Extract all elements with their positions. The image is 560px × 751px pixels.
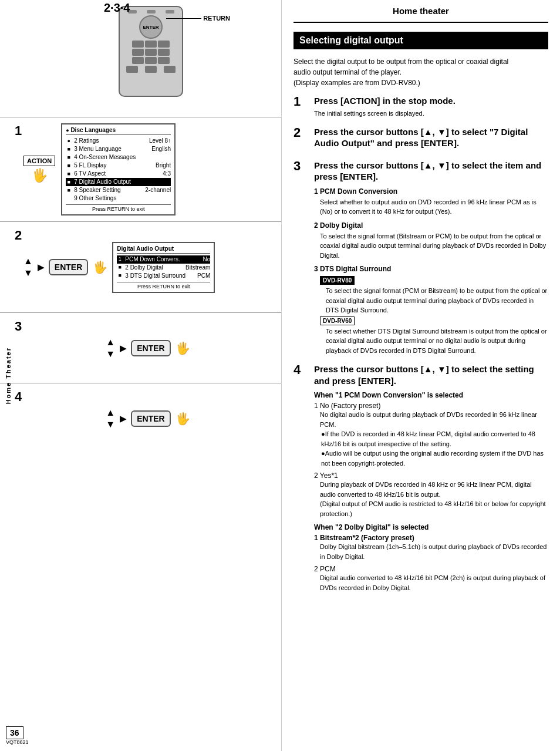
step3-right-num: 3 [294, 160, 308, 356]
step1-num: 1 [15, 123, 22, 139]
step3-right-content: Press the cursor buttons [▲, ▼] to selec… [314, 160, 548, 356]
hand4-icon: 🖐 [176, 412, 190, 426]
cursor-arrows-3: ▲ ▼ [106, 337, 115, 359]
step2-right-title: Press the cursor buttons [▲, ▼] to selec… [314, 126, 548, 149]
dolby-header: When "2 Dolby Digital" is selected [314, 523, 548, 531]
step1-right-sub: The initial settings screen is displayed… [314, 109, 548, 118]
screen1-row7: ■8 Speaker Setting2-channel [66, 186, 171, 194]
top-remote-panel: ENTER [0, 0, 281, 117]
cursor-arrows-4: ▲ ▼ [106, 408, 115, 430]
step4-num: 4 [15, 389, 22, 405]
screen1-footer: Press RETURN to exit [66, 204, 171, 212]
step4-right-content: Press the cursor buttons [▲, ▼] to selec… [314, 363, 548, 596]
step1-right-num: 1 [294, 95, 308, 118]
screen1-row2: ■3 Menu LanguageEnglish [66, 145, 171, 153]
badge-dvdrv80: DVD-RV80 [320, 276, 355, 285]
enter-btn-2: ENTER [49, 259, 88, 275]
pcm-item2-note: (Digital output of PCM audio is restrict… [320, 499, 548, 518]
right-panel: Home theater Selecting digital output Se… [282, 0, 560, 751]
screen2-row2: ■2 Dolby DigitalBitstream [117, 264, 210, 272]
step2-num: 2 [15, 228, 22, 243]
step3-sub1-title: 1 PCM Down Conversion [314, 187, 548, 196]
badge-dvdrv60: DVD-RV60 [320, 316, 355, 325]
dolby-item2-body: Digital audio converted to 48 kHz/16 bit… [320, 573, 548, 592]
hand2-icon: 🖐 [93, 260, 107, 274]
step2-right-content: Press the cursor buttons [▲, ▼] to selec… [314, 126, 548, 151]
dolby-item1-body: Dolby Digital bitstream (1ch–5.1ch) is o… [320, 542, 548, 561]
step3-right: 3 Press the cursor buttons [▲, ▼] to sel… [294, 160, 548, 356]
return-label: RETURN [203, 15, 230, 22]
screen1-row4: ■5 FL DisplayBright [66, 161, 171, 170]
screen1-row8: 9 Other Settings [66, 194, 171, 203]
step3-right-title: Press the cursor buttons [▲, ▼] to selec… [314, 160, 548, 183]
pcm-item1-title: 1 No (Factory preset) [314, 402, 548, 410]
step3-num: 3 [15, 319, 22, 334]
pcm-item2-body: During playback of DVDs recorded in 48 k… [320, 480, 548, 499]
step3-sub2-body: To select the signal format (Bitstream o… [320, 231, 548, 261]
hand1-icon: 🖐 [32, 168, 48, 183]
screen2-row1: 1PCM Down Convers.No [117, 255, 210, 264]
step3-sub3-body1: To select the signal format (PCM or Bits… [326, 286, 548, 315]
step4-right-num: 4 [294, 363, 308, 596]
step3-sub3-title: 3 DTS Digital Surround [314, 265, 548, 273]
step4-right-title: Press the cursor buttons [▲, ▼] to selec… [314, 363, 548, 386]
step1-right-content: Press [ACTION] in the stop mode. The ini… [314, 95, 548, 118]
step3-sub3: 3 DTS Digital Surround DVD-RV80 To selec… [314, 265, 548, 355]
screen1-row6: ■7 Digital Audio Output [66, 178, 171, 186]
dolby-item2-title: 2 PCM [314, 565, 548, 573]
step4-right: 4 Press the cursor buttons [▲, ▼] to sel… [294, 363, 548, 596]
side-label: Home Theater [5, 347, 12, 404]
pcm-item1-bullets: ●If the DVD is recorded in 48 kHz linear… [321, 429, 548, 468]
step3-sub1: 1 PCM Down Conversion Select whether to … [314, 187, 548, 217]
step1-panel: 1 ACTION 🖐 ● Disc Languages ●2 RatingsLe… [0, 117, 281, 222]
step2-right-num: 2 [294, 126, 308, 151]
dolby-item1: 1 Bitstream*2 (Factory preset) Dolby Dig… [314, 534, 548, 561]
page-title: Home theater [294, 0, 548, 23]
screen1-row3: ■4 On-Screen Messages [66, 153, 171, 161]
section-title: Selecting digital output [294, 32, 548, 49]
dolby-item1-title: 1 Bitstream*2 (Factory preset) [314, 534, 548, 542]
hand3-icon: 🖐 [176, 341, 190, 355]
screen2-footer: Press RETURN to exit [117, 282, 210, 289]
step2-right: 2 Press the cursor buttons [▲, ▼] to sel… [294, 126, 548, 151]
pcm-item1-body: No digital audio is output during playba… [320, 410, 548, 429]
dolby-section: When "2 Dolby Digital" is selected 1 Bit… [314, 523, 548, 592]
step3-sub3-body2: To select whether DTS Digital Surround b… [326, 326, 548, 356]
step1-right: 1 Press [ACTION] in the stop mode. The i… [294, 95, 548, 118]
screen1-row5: ■6 TV Aspect4:3 [66, 170, 171, 178]
step3-sub1-body: Select whether to output audio on DVD re… [320, 197, 548, 217]
pcm-item1: 1 No (Factory preset) No digital audio i… [314, 402, 548, 468]
screen2-title: Digital Audio Output [117, 245, 210, 254]
left-panel: Home Theater ENTER [0, 0, 282, 751]
screen2-row3: ■3 DTS Digital SurroundPCM [117, 272, 210, 280]
step-234-label: 2·3·4 [104, 1, 130, 15]
screen1: ● Disc Languages ●2 RatingsLevel 8↑ ■3 M… [61, 123, 176, 215]
enter-btn-3: ENTER [131, 340, 170, 356]
action-label: ACTION [23, 156, 55, 166]
intro-text: Select the digital output to be output f… [294, 56, 548, 88]
dolby-item2: 2 PCM Digital audio converted to 48 kHz/… [314, 565, 548, 592]
pcm-item2-title: 2 Yes*1 [314, 472, 548, 480]
pcm-header: When "1 PCM Down Conversion" is selected [314, 391, 548, 399]
pcm-item2: 2 Yes*1 During playback of DVDs recorded… [314, 472, 548, 518]
screen1-title: ● Disc Languages [66, 127, 171, 135]
step3-sub2-title: 2 Dolby Digital [314, 221, 548, 230]
screen2: Digital Audio Output 1PCM Down Convers.N… [112, 242, 215, 293]
screen1-row1: ●2 RatingsLevel 8↑ [66, 137, 171, 145]
step3-sub2: 2 Dolby Digital To select the signal for… [314, 221, 548, 261]
step1-right-title: Press [ACTION] in the stop mode. [314, 95, 548, 107]
step2-panel: 2 ▲ ▼ ▶ ENTER 🖐 Digital Audio Output 1PC… [0, 222, 281, 313]
pcm-section: When "1 PCM Down Conversion" is selected… [314, 391, 548, 518]
cursor-arrows-2: ▲ ▼ [23, 256, 33, 278]
step3-panel: 3 ▲ ▼ ▶ ENTER 🖐 [0, 313, 281, 383]
step4-panel: 4 ▲ ▼ ▶ ENTER 🖐 [0, 383, 281, 454]
enter-btn-4: ENTER [131, 410, 170, 427]
